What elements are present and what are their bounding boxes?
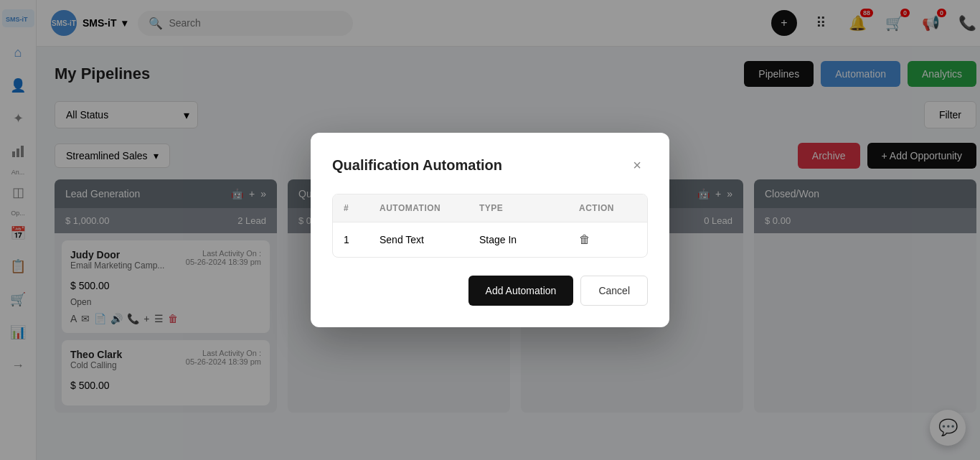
modal-header: Qualification Automation × — [332, 154, 648, 176]
cancel-button[interactable]: Cancel — [580, 276, 648, 306]
modal-footer: Add Automation Cancel — [332, 276, 648, 306]
modal-overlay[interactable]: Qualification Automation × # AUTOMATION … — [0, 0, 980, 460]
add-automation-button[interactable]: Add Automation — [468, 276, 574, 306]
col-header-automation: AUTOMATION — [380, 203, 479, 213]
col-header-number: # — [344, 203, 380, 213]
col-header-action: ACTION — [579, 203, 636, 213]
qualification-automation-modal: Qualification Automation × # AUTOMATION … — [311, 133, 669, 327]
table-row: 1 Send Text Stage In 🗑 — [333, 222, 647, 257]
modal-table: # AUTOMATION TYPE ACTION 1 Send Text Sta… — [332, 194, 648, 258]
row-delete-button[interactable]: 🗑 — [579, 233, 636, 246]
modal-title: Qualification Automation — [332, 157, 502, 174]
row-type: Stage In — [479, 234, 579, 245]
row-automation: Send Text — [380, 234, 479, 245]
row-number: 1 — [344, 234, 380, 245]
modal-close-button[interactable]: × — [626, 154, 648, 176]
modal-table-header: # AUTOMATION TYPE ACTION — [333, 194, 647, 222]
col-header-type: TYPE — [479, 203, 579, 213]
